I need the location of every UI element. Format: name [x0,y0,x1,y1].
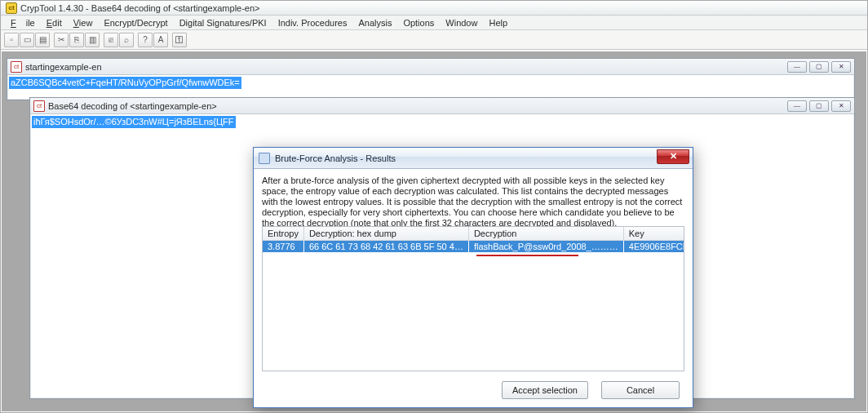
mdi-title-text: Base64 decoding of <startingexample-en> [48,101,217,111]
mdi-window-startingexample: ct startingexample-en — ▢ ✕ aZCB6SQBc4ve… [7,58,855,100]
tb-cut-icon[interactable]: ✂ [54,33,69,47]
cell-key: 4E9906E8FCB66CC9FA… [623,241,684,253]
menu-help[interactable]: Help [484,17,512,29]
tb-save-icon[interactable]: ▤ [35,33,50,47]
selected-text[interactable]: aZCB6SQBc4vetC+FqeHT/RNuVyOPpGrf/QfwnwWD… [9,77,241,89]
app-icon: ct [6,2,17,14]
tb-print-icon[interactable]: ⎚ [104,33,118,47]
cancel-button[interactable]: Cancel [601,381,680,399]
menu-options[interactable]: Options [398,17,439,29]
col-decryption[interactable]: Decryption [468,227,623,241]
close-button[interactable]: ✕ [831,100,851,112]
menu-bar: File Edit View Encrypt/Decrypt Digital S… [1,16,867,30]
tb-key-icon[interactable]: ⚿ [172,33,187,47]
highlight-underline [476,255,578,256]
dialog-icon [259,153,270,164]
tb-help-icon[interactable]: ? [138,33,153,47]
tb-find-icon[interactable]: ⌕ [119,33,134,47]
selected-text[interactable]: iħГя$SOHsdOr/…©6УзDC3nW#Ц=jЯзBELns{ЦFF [32,116,236,128]
cell-entropy: 3.8776 [263,241,303,253]
mdi-title-text: startingexample-en [25,62,102,72]
mdi-body[interactable]: iħГя$SOHsdOr/…©6УзDC3nW#Ц=jЯзBELns{ЦFF [30,114,854,130]
minimize-button[interactable]: — [787,100,807,112]
title-prefix: CrypTool 1.4.30 - [20,3,91,13]
col-hexdump[interactable]: Decryption: hex dump [303,227,468,241]
accept-selection-button[interactable]: Accept selection [502,381,588,399]
menu-file[interactable]: File [6,17,40,29]
menu-analysis[interactable]: Analysis [353,17,396,29]
document-icon: ct [33,100,45,112]
tb-new-icon[interactable]: ▫ [4,33,19,47]
title-doc: Base64 decoding of <startingexample-en> [91,3,260,13]
tb-font-icon[interactable]: A [153,33,168,47]
close-button[interactable]: ✕ [831,61,851,73]
tb-open-icon[interactable]: ▭ [20,33,34,47]
close-button[interactable]: ✕ [657,149,689,164]
menu-encrypt[interactable]: Encrypt/Decrypt [99,17,172,29]
maximize-button[interactable]: ▢ [809,61,829,73]
menu-indiv[interactable]: Indiv. Procedures [273,17,352,29]
dialog-title-bar[interactable]: Brute-Force Analysis - Results ✕ [254,148,693,169]
dialog-title-text: Brute-Force Analysis - Results [275,153,396,163]
menu-window[interactable]: Window [441,17,482,29]
mdi-title-bar[interactable]: ct startingexample-en — ▢ ✕ [7,59,854,75]
menu-view[interactable]: View [69,17,98,29]
document-icon: ct [11,61,22,73]
tb-copy-icon[interactable]: ⎘ [69,33,84,47]
title-text: CrypTool 1.4.30 - Base64 decoding of <st… [20,3,260,13]
col-key[interactable]: Key [623,227,684,241]
menu-digsig[interactable]: Digital Signatures/PKI [175,17,272,29]
results-table[interactable]: Entropy Decryption: hex dump Decryption … [262,226,684,371]
title-bar[interactable]: ct CrypTool 1.4.30 - Base64 decoding of … [1,1,867,16]
cell-decryption: flashBack_P@ssw0rd_2008_……… [468,241,623,253]
mdi-title-bar[interactable]: ct Base64 decoding of <startingexample-e… [30,98,854,114]
minimize-button[interactable]: — [787,61,807,73]
dialog-description: After a brute-force analysis of the give… [262,175,684,229]
menu-edit[interactable]: Edit [42,17,67,29]
mdi-body[interactable]: aZCB6SQBc4vetC+FqeHT/RNuVyOPpGrf/QfwnwWD… [7,75,854,91]
cell-hexdump: 66 6C 61 73 68 42 61 63 6B 5F 50 4… [303,241,468,253]
table-header-row[interactable]: Entropy Decryption: hex dump Decryption … [263,227,684,241]
maximize-button[interactable]: ▢ [809,100,829,112]
table-row[interactable]: 3.8776 66 6C 61 73 68 42 61 63 6B 5F 50 … [263,241,684,253]
toolbar: ▫ ▭ ▤ ✂ ⎘ ▥ ⎚ ⌕ ? A ⚿ [1,30,867,50]
col-entropy[interactable]: Entropy [263,227,303,241]
tb-paste-icon[interactable]: ▥ [85,33,100,47]
bruteforce-results-dialog: Brute-Force Analysis - Results ✕ After a… [253,147,693,408]
